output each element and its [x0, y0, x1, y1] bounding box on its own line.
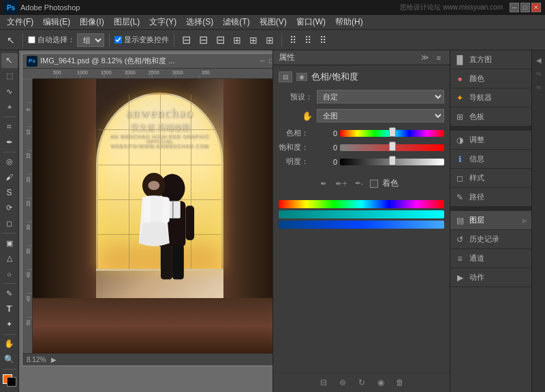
show-transform-checkbox[interactable] [114, 36, 122, 44]
prop-eye-btn[interactable]: ◉ [374, 377, 388, 388]
menu-filter[interactable]: 滤镜(T) [219, 15, 253, 29]
hue-slider-thumb[interactable] [389, 127, 396, 137]
align-top-btn[interactable]: ⊞ [230, 33, 244, 47]
clone-stamp-tool[interactable]: S [1, 185, 18, 200]
panel-visibility-btn[interactable]: ◉ [296, 73, 307, 81]
panel-swatches[interactable]: ⊞ 色板 [450, 108, 531, 127]
menu-image[interactable]: 图像(I) [76, 15, 108, 29]
saturation-slider-thumb[interactable] [389, 142, 396, 151]
panel-styles[interactable]: ◻ 样式 [450, 169, 531, 188]
properties-expand-btn[interactable]: ≫ [420, 52, 431, 63]
menu-layer[interactable]: 图层(L) [110, 15, 144, 29]
panel-channels[interactable]: ≡ 通道 [450, 249, 531, 268]
menu-edit[interactable]: 编辑(E) [39, 15, 74, 29]
align-center-btn[interactable]: ⊟ [196, 32, 211, 48]
eyedropper-tool[interactable]: ✒ [1, 135, 18, 150]
brush-tool[interactable]: 🖌 [1, 169, 18, 184]
doc-maximize-btn[interactable]: □ [269, 57, 272, 65]
color-bar-top [279, 200, 444, 208]
eyedropper-remove-btn[interactable]: ✒- [352, 178, 366, 189]
maximize-button[interactable]: □ [520, 3, 530, 12]
prop-rotate-btn[interactable]: ↻ [355, 377, 369, 388]
prop-delete-btn[interactable]: 🗑 [393, 377, 407, 388]
colorize-label: 着色 [382, 178, 399, 189]
close-button[interactable]: ✕ [531, 3, 541, 12]
adjustments-icon: ◑ [454, 135, 465, 146]
photo-background: anwenchao 安文超 高端修图 AN WENCHAO HIGH-END G… [33, 79, 272, 353]
crop-tool[interactable]: ⌗ [1, 119, 18, 134]
panel-paths[interactable]: ✎ 路径 [450, 188, 531, 207]
align-bottom-btn[interactable]: ⊞ [263, 33, 277, 47]
canvas-inner: anwenchao 安文超 高端修图 AN WENCHAO HIGH-END G… [33, 79, 272, 353]
eyedropper-add-btn[interactable]: ✒+ [334, 178, 348, 189]
panel-color[interactable]: ● 颜色 [450, 69, 531, 88]
dodge-tool[interactable]: ○ [1, 267, 18, 282]
panel-history[interactable]: ↺ 历史记录 [450, 230, 531, 249]
gradient-tool[interactable]: ▣ [1, 235, 18, 250]
zoom-tool[interactable]: 🔍 [1, 352, 18, 367]
background-color[interactable] [7, 377, 16, 387]
collapse-panel-btn[interactable]: ◀ [533, 54, 544, 65]
titlebar-right: 思绘设计论坛 www.missyuan.com ─ □ ✕ [400, 3, 541, 12]
properties-panel: 属性 ≫ ≡ ▤ ◉ 色相/饱和度 预设： 自定 ✋ 全图 [272, 50, 450, 392]
floor [33, 298, 272, 353]
menu-file[interactable]: 文件(F) [3, 15, 37, 29]
auto-select-dropdown[interactable]: 组 [77, 33, 104, 47]
layers-icon: ▤ [454, 215, 465, 226]
align-left-btn[interactable]: ⊟ [179, 32, 193, 48]
navigator-label: 导航器 [469, 93, 492, 103]
distribute-2-btn[interactable]: ⠿ [302, 33, 314, 47]
panel-layers[interactable]: ▤ 图层 ▶ [450, 211, 531, 230]
menu-select[interactable]: 选择(S) [182, 15, 217, 29]
channel-dropdown[interactable]: 全图 [317, 109, 444, 122]
menu-view[interactable]: 视图(V) [255, 15, 291, 29]
align-right-btn[interactable]: ⊟ [213, 32, 228, 48]
color-swatches[interactable] [3, 374, 16, 387]
menu-text[interactable]: 文字(Y) [145, 15, 181, 29]
blur-tool[interactable]: △ [1, 251, 18, 266]
panel-histogram[interactable]: ▐▌ 直方图 [450, 50, 531, 69]
panel-actions[interactable]: ▶ 动作 [450, 268, 531, 287]
lasso-tool[interactable]: ∿ [1, 84, 18, 99]
prop-camera-btn[interactable]: ⊟ [317, 377, 330, 388]
saturation-row: 饱和度： 0 [279, 142, 444, 152]
minimize-button[interactable]: ─ [510, 3, 519, 12]
document-status: 8.12% ▶ [22, 353, 272, 365]
properties-title: 属性 [279, 52, 417, 63]
doc-minimize-btn[interactable]: ─ [260, 57, 265, 65]
prop-link-btn[interactable]: ⊚ [336, 377, 349, 388]
lightness-slider-thumb[interactable] [389, 156, 396, 165]
menu-help[interactable]: 帮助(H) [331, 15, 367, 29]
svg-text:10: 10 [26, 129, 31, 135]
selection-tool[interactable]: ⬚ [1, 69, 18, 84]
panel-adjustments[interactable]: ◑ 调整 [450, 131, 531, 150]
history-brush-tool[interactable]: ⟳ [1, 201, 18, 216]
colorize-checkbox[interactable] [370, 180, 378, 188]
tool-divider-3 [3, 233, 16, 233]
preset-dropdown[interactable]: 自定 [317, 90, 444, 103]
magic-wand-tool[interactable]: ⌖ [1, 99, 18, 114]
eyedropper-sample-btn[interactable]: ✒ [317, 178, 330, 189]
align-middle-btn[interactable]: ⊞ [247, 33, 260, 47]
move-tool[interactable]: ↖ [1, 53, 18, 68]
percent-1: % [533, 68, 544, 79]
properties-menu-btn[interactable]: ≡ [433, 52, 444, 63]
healing-brush-tool[interactable]: ◎ [1, 154, 18, 169]
toolbar-divider-1 [22, 33, 23, 47]
distribute-3-btn[interactable]: ⠿ [317, 33, 329, 47]
shape-tool[interactable]: ✦ [1, 317, 18, 332]
doc-info: ▶ [51, 356, 57, 363]
move-tool-btn[interactable]: ↖ [4, 33, 18, 47]
auto-select-checkbox[interactable]: 自动选择： 组 [28, 33, 104, 47]
hand-tool[interactable]: ✋ [1, 337, 18, 352]
eraser-tool[interactable]: ◻ [1, 216, 18, 231]
menu-window[interactable]: 窗口(W) [292, 15, 330, 29]
panel-info[interactable]: ℹ 信息 [450, 150, 531, 169]
main-area: ↖ ⬚ ∿ ⌖ ⌗ ✒ ◎ 🖌 S ⟳ ◻ ▣ △ ○ ✎ T ✦ ✋ 🔍 [0, 50, 545, 392]
text-tool[interactable]: T [1, 301, 18, 316]
properties-header: 属性 ≫ ≡ [273, 50, 450, 65]
pen-tool[interactable]: ✎ [1, 286, 18, 301]
panel-navigator[interactable]: ✦ 导航器 [450, 88, 531, 108]
auto-select-input[interactable] [28, 36, 35, 44]
distribute-btn[interactable]: ⠿ [287, 33, 299, 47]
